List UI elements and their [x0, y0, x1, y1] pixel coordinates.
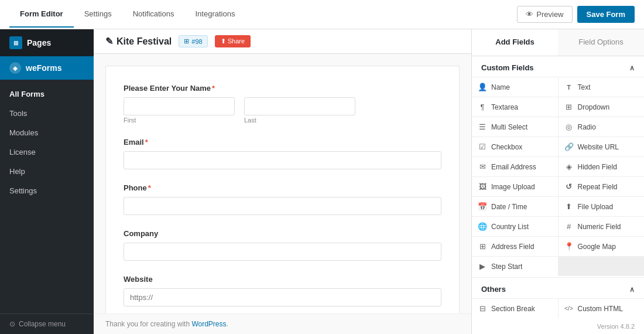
radio-icon: ◎ [564, 122, 574, 131]
sidebar-item-license[interactable]: License [0, 142, 94, 162]
person-icon: 👤 [478, 83, 487, 91]
field-country-list[interactable]: 🌐 Country List [472, 217, 558, 236]
field-hidden[interactable]: ◈ Hidden Field [559, 157, 645, 176]
country-icon: 🌐 [478, 222, 487, 231]
form-title: ✎ Kite Festival [105, 36, 172, 47]
tab-settings[interactable]: Settings [74, 1, 122, 28]
tab-add-fields[interactable]: Add Fields [472, 29, 558, 56]
numeric-icon: # [564, 222, 574, 231]
first-name-sublabel: First [124, 117, 235, 124]
tab-notifications[interactable]: Notifications [122, 1, 185, 28]
section-break-icon: ⊟ [478, 304, 487, 313]
top-nav-actions: 👁 Preview Save Form [517, 6, 635, 23]
field-textarea[interactable]: ¶ Textarea [472, 97, 558, 117]
others-section-header: Others ∧ [472, 277, 644, 299]
field-email-address[interactable]: ✉ Email Address [472, 157, 558, 176]
sidebar-nav: All Forms Tools Modules License Help Set… [0, 80, 94, 313]
field-text[interactable]: T Text [559, 77, 645, 97]
field-custom-html[interactable]: </> Custom HTML [559, 299, 645, 318]
last-name-input[interactable] [244, 97, 355, 115]
sidebar-item-modules[interactable]: Modules [0, 123, 94, 142]
name-field-row: First Last [124, 97, 441, 124]
required-indicator-email: * [145, 138, 148, 146]
image-icon: 🖼 [478, 182, 487, 191]
form-canvas: Please Enter Your Name* First Last [105, 66, 460, 313]
others-fields-grid: ⊟ Section Break </> Custom HTML [472, 299, 644, 318]
required-indicator-phone: * [148, 183, 151, 192]
tab-integrations[interactable]: Integrations [184, 1, 245, 28]
sidebar-pages[interactable]: ⊞ Pages [0, 29, 94, 56]
chevron-up-icon: ∧ [629, 64, 635, 72]
form-editor-header: ✎ Kite Festival ⊞ #98 ⬆ Share [94, 29, 471, 54]
form-id-badge[interactable]: ⊞ #98 [179, 35, 207, 47]
top-navigation: Form Editor Settings Notifications Integ… [0, 0, 644, 29]
preview-button[interactable]: 👁 Preview [517, 6, 572, 23]
field-google-map[interactable]: 📍 Google Map [559, 237, 645, 256]
field-dropdown[interactable]: ⊞ Dropdown [559, 97, 645, 117]
form-body: Please Enter Your Name* First Last [94, 54, 471, 313]
email-input[interactable] [124, 151, 441, 169]
sidebar: ⊞ Pages ◈ weForms All Forms Tools Module… [0, 29, 94, 334]
tab-form-editor[interactable]: Form Editor [9, 1, 74, 28]
field-label-name: Please Enter Your Name* [124, 84, 441, 93]
field-label-website: Website [124, 275, 441, 284]
field-image-upload[interactable]: 🖼 Image Upload [472, 177, 558, 196]
textarea-icon: ¶ [478, 103, 487, 111]
right-panel: Add Fields Field Options Custom Fields ∧… [471, 29, 644, 334]
form-field-name: Please Enter Your Name* First Last [124, 84, 441, 124]
pages-icon: ⊞ [9, 36, 22, 49]
multiselect-icon: ☰ [478, 122, 487, 131]
sidebar-item-all-forms[interactable]: All Forms [0, 84, 94, 104]
sidebar-item-help[interactable]: Help [0, 162, 94, 181]
field-datetime[interactable]: 📅 Date / Time [472, 197, 558, 216]
required-indicator: * [212, 84, 215, 93]
form-name: Kite Festival [117, 36, 172, 47]
dropdown-icon: ⊞ [564, 103, 574, 111]
share-button[interactable]: ⬆ Share [215, 35, 251, 47]
field-website-url[interactable]: 🔗 Website URL [559, 137, 645, 156]
email-icon: ✉ [478, 162, 487, 171]
url-icon: 🔗 [564, 142, 574, 151]
sidebar-item-settings[interactable]: Settings [0, 181, 94, 200]
form-field-website: Website [124, 275, 441, 306]
form-editor: ✎ Kite Festival ⊞ #98 ⬆ Share Please Ent… [94, 29, 471, 334]
hidden-icon: ◈ [564, 162, 574, 171]
field-radio[interactable]: ◎ Radio [559, 117, 645, 137]
tab-field-options[interactable]: Field Options [558, 29, 644, 56]
field-multiselect[interactable]: ☰ Multi Select [472, 117, 558, 137]
field-repeat[interactable]: ↺ Repeat Field [559, 177, 645, 196]
wordpress-link[interactable]: WordPress [191, 320, 226, 328]
sidebar-brand[interactable]: ◈ weForms [0, 56, 94, 80]
field-step-start[interactable]: ▶ Step Start [472, 257, 558, 276]
step-icon: ▶ [478, 262, 487, 271]
first-name-input[interactable] [124, 97, 235, 115]
field-address[interactable]: ⊞ Address Field [472, 237, 558, 256]
address-icon: ⊞ [478, 242, 487, 251]
datetime-icon: 📅 [478, 202, 487, 211]
version-text: Version 4.8.2 [472, 318, 644, 334]
share-code-icon: ⊞ [184, 38, 189, 45]
save-form-button[interactable]: Save Form [577, 6, 635, 23]
collapse-menu-button[interactable]: ⊙ Collapse menu [0, 313, 94, 334]
sidebar-item-tools[interactable]: Tools [0, 104, 94, 123]
field-checkbox[interactable]: ☑ Checkbox [472, 137, 558, 156]
last-name-group: Last [244, 97, 355, 124]
first-name-group: First [124, 97, 235, 124]
edit-icon: ✎ [105, 36, 113, 47]
main-content: ⊞ Pages ◈ weForms All Forms Tools Module… [0, 29, 644, 334]
field-label-phone: Phone* [124, 183, 441, 192]
field-file-upload[interactable]: ⬆ File Upload [559, 197, 645, 216]
file-upload-icon: ⬆ [564, 202, 574, 211]
form-footer: Thank you for creating with WordPress. [94, 313, 471, 334]
field-numeric[interactable]: # Numeric Field [559, 217, 645, 236]
collapse-icon: ⊙ [9, 320, 15, 328]
repeat-icon: ↺ [564, 182, 574, 191]
nav-tabs: Form Editor Settings Notifications Integ… [9, 1, 245, 28]
company-input[interactable] [124, 243, 441, 261]
custom-fields-header: Custom Fields ∧ [472, 56, 644, 77]
phone-input[interactable] [124, 197, 441, 215]
website-input[interactable] [124, 288, 441, 306]
html-icon: </> [564, 305, 574, 312]
field-name[interactable]: 👤 Name [472, 77, 558, 97]
field-section-break[interactable]: ⊟ Section Break [472, 299, 558, 318]
